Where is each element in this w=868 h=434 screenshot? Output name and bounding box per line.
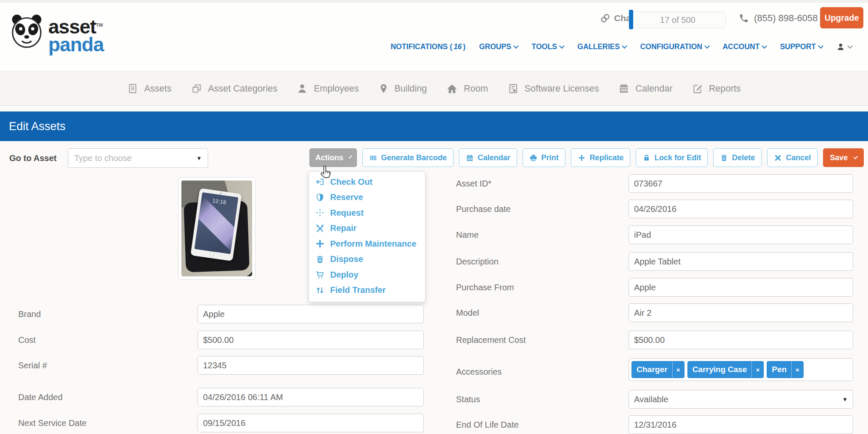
photo-home-button bbox=[209, 252, 214, 257]
field-transfer-icon bbox=[315, 286, 325, 295]
nav-tools[interactable]: TOOLS bbox=[531, 42, 564, 51]
field-label-brand: Brand bbox=[18, 305, 41, 323]
nav-notifications[interactable]: NOTIFICATIONS (16) bbox=[391, 42, 466, 51]
menu-item-repair[interactable]: Repair bbox=[309, 221, 425, 236]
field-label-cost: Cost bbox=[18, 331, 36, 349]
remove-tag-icon[interactable]: × bbox=[791, 362, 803, 378]
toolbar-buttons: Actions Generate Barcode Calendar Print bbox=[309, 148, 864, 168]
nav-configuration[interactable]: CONFIGURATION bbox=[640, 42, 709, 51]
generate-barcode-button[interactable]: Generate Barcode bbox=[362, 148, 453, 167]
cost-input[interactable] bbox=[198, 331, 424, 349]
request-icon bbox=[315, 208, 325, 217]
module-room[interactable]: Room bbox=[446, 83, 488, 95]
menu-item-perform-maintenance[interactable]: Perform Maintenance bbox=[309, 236, 425, 252]
menu-item-field-transfer[interactable]: Field Transfer bbox=[309, 283, 425, 298]
page-title-bar: Edit Assets bbox=[0, 111, 868, 141]
printer-icon bbox=[529, 154, 537, 162]
menu-item-deploy[interactable]: Deploy bbox=[309, 267, 425, 283]
module-assets[interactable]: Assets bbox=[127, 83, 172, 94]
brand-input[interactable] bbox=[198, 305, 424, 323]
print-button[interactable]: Print bbox=[523, 148, 565, 167]
lock-icon bbox=[643, 154, 651, 162]
status-select[interactable]: Available ▼ bbox=[629, 390, 853, 409]
asset-categories-icon bbox=[191, 83, 202, 94]
cancel-button[interactable]: Cancel bbox=[767, 148, 818, 167]
replicate-button[interactable]: Replicate bbox=[571, 148, 630, 167]
software-licenses-icon bbox=[508, 83, 519, 94]
menu-item-dispose[interactable]: Dispose bbox=[309, 252, 425, 267]
repair-icon bbox=[315, 224, 325, 233]
asset-photo-thumbnail[interactable]: 12:18 bbox=[178, 177, 256, 280]
lock-for-edit-button[interactable]: Lock for Edit bbox=[636, 148, 708, 167]
module-building[interactable]: Building bbox=[378, 83, 427, 94]
chevron-down-icon bbox=[704, 43, 710, 49]
replacement-cost-input[interactable] bbox=[629, 331, 853, 349]
nav-support[interactable]: SUPPORT bbox=[780, 42, 823, 51]
next-service-date-input[interactable] bbox=[198, 414, 424, 432]
select-arrow-icon: ▼ bbox=[842, 396, 848, 403]
module-reports[interactable]: Reports bbox=[692, 83, 741, 94]
field-label-asset-id: Asset ID* bbox=[456, 174, 491, 193]
header bbox=[0, 3, 868, 71]
menu-item-reserve[interactable]: Reserve bbox=[309, 190, 425, 206]
field-label-serial: Serial # bbox=[18, 356, 47, 375]
actions-button[interactable]: Actions bbox=[309, 148, 357, 167]
user-icon bbox=[836, 42, 845, 51]
calendar-button[interactable]: Calendar bbox=[459, 148, 517, 167]
chevron-down-icon bbox=[854, 155, 858, 159]
upgrade-button[interactable]: Upgrade bbox=[820, 7, 863, 28]
purchase-from-input[interactable] bbox=[629, 278, 853, 297]
chevron-down-icon bbox=[622, 43, 628, 49]
nav-galleries[interactable]: GALLERIES bbox=[577, 42, 626, 51]
panda-icon bbox=[9, 13, 44, 49]
module-asset-categories[interactable]: Asset Categories bbox=[191, 83, 278, 94]
description-input[interactable] bbox=[629, 252, 853, 271]
end-of-life-date-input[interactable] bbox=[629, 415, 853, 434]
field-label-name: Name bbox=[456, 225, 479, 244]
accessory-tag: Charger × bbox=[632, 361, 684, 378]
delete-button[interactable]: Delete bbox=[713, 148, 762, 167]
module-nav: Assets Asset Categories Employees Buildi… bbox=[0, 71, 868, 106]
phone-icon bbox=[739, 13, 749, 23]
dispose-trash-icon bbox=[315, 255, 325, 264]
goto-asset-label: Go to Asset bbox=[9, 148, 57, 168]
name-input[interactable] bbox=[629, 225, 853, 244]
nav-account[interactable]: ACCOUNT bbox=[723, 42, 767, 51]
asset-id-input[interactable] bbox=[629, 174, 853, 193]
building-icon bbox=[378, 83, 389, 94]
remove-tag-icon[interactable]: × bbox=[751, 362, 763, 378]
asset-panda-logo[interactable]: assetTM panda bbox=[9, 13, 103, 54]
field-label-purchase-date: Purchase date bbox=[456, 200, 511, 218]
room-icon bbox=[446, 83, 458, 95]
menu-item-request[interactable]: Request bbox=[309, 205, 425, 221]
accessory-tag: Carrying Case × bbox=[687, 361, 764, 378]
remove-tag-icon[interactable]: × bbox=[672, 362, 684, 378]
user-menu[interactable] bbox=[836, 42, 852, 51]
logo-wordmark: assetTM panda bbox=[48, 13, 103, 54]
field-label-end-of-life: End Of Life Date bbox=[456, 415, 519, 434]
usage-meter[interactable]: 17 of 500 bbox=[629, 11, 726, 28]
support-phone: (855) 898-6058 bbox=[739, 13, 818, 24]
menu-item-check-out[interactable]: Check Out bbox=[309, 174, 425, 190]
photo-tablet-camera bbox=[220, 193, 221, 194]
top-strip bbox=[0, 0, 868, 3]
accessories-input[interactable]: Charger × Carrying Case × Pen × bbox=[629, 358, 853, 381]
chevron-down-icon bbox=[762, 43, 768, 49]
deploy-cart-icon bbox=[315, 270, 325, 279]
chevron-down-icon bbox=[349, 155, 352, 159]
field-label-status: Status bbox=[456, 390, 480, 409]
nav-groups[interactable]: GROUPS bbox=[479, 42, 518, 51]
save-button[interactable]: Save bbox=[823, 148, 864, 167]
goto-asset-select[interactable]: Type to choose ▼ bbox=[68, 148, 208, 168]
module-calendar[interactable]: Calendar bbox=[618, 83, 672, 94]
date-added-input[interactable] bbox=[198, 388, 424, 406]
module-software-licenses[interactable]: Software Licenses bbox=[508, 83, 599, 94]
close-icon bbox=[774, 154, 782, 162]
module-employees[interactable]: Employees bbox=[297, 83, 359, 94]
field-label-purchase-from: Purchase From bbox=[456, 278, 514, 297]
field-label-description: Description bbox=[456, 252, 498, 271]
model-input[interactable] bbox=[629, 303, 853, 322]
serial-number-input[interactable] bbox=[198, 356, 424, 375]
field-label-model: Model bbox=[456, 303, 479, 322]
purchase-date-input[interactable] bbox=[629, 200, 853, 218]
